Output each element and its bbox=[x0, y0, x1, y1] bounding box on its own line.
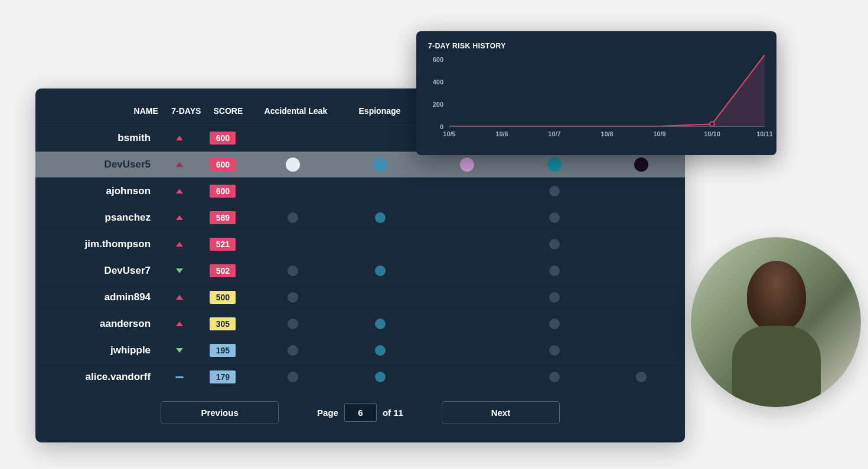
category-dot-icon bbox=[460, 158, 474, 172]
category-dot-icon bbox=[375, 212, 386, 223]
category-cell bbox=[250, 158, 337, 172]
score-badge: 521 bbox=[210, 238, 236, 251]
table-row[interactable]: DevUser5600 bbox=[35, 152, 685, 178]
header-score: SCORE bbox=[203, 106, 254, 116]
table-row[interactable]: psanchez589 bbox=[35, 205, 685, 231]
svg-point-0 bbox=[710, 122, 714, 126]
category-cell bbox=[511, 345, 598, 356]
score-cell: 305 bbox=[196, 317, 249, 330]
category-cell bbox=[511, 158, 598, 172]
user-name: DevUser5 bbox=[35, 159, 162, 170]
dash-icon bbox=[175, 376, 184, 378]
category-dot-icon bbox=[549, 345, 560, 356]
category-dot-icon bbox=[375, 319, 386, 329]
chevron-up-icon bbox=[176, 295, 183, 300]
y-tick-label: 0 bbox=[440, 123, 443, 130]
category-cell bbox=[250, 345, 337, 356]
previous-button[interactable]: Previous bbox=[161, 401, 279, 424]
category-cell bbox=[511, 239, 598, 250]
user-name: jim.thompson bbox=[35, 238, 162, 250]
header-7days: 7-DAYS bbox=[170, 106, 203, 116]
category-cell bbox=[424, 158, 511, 172]
y-tick-label: 600 bbox=[433, 56, 443, 63]
score-badge: 600 bbox=[210, 185, 236, 198]
x-tick-label: 10/7 bbox=[548, 130, 560, 137]
chevron-up-icon bbox=[176, 189, 183, 193]
score-badge: 179 bbox=[210, 370, 236, 383]
user-name: ajohnson bbox=[35, 185, 162, 197]
table-row[interactable]: ajohnson600 bbox=[35, 178, 685, 205]
table-body: bsmith600DevUser5600ajohnson600psanchez5… bbox=[35, 125, 685, 391]
score-badge: 600 bbox=[210, 158, 236, 171]
category-dot-icon bbox=[549, 239, 560, 250]
table-row[interactable]: admin894500 bbox=[35, 284, 685, 311]
score-cell: 589 bbox=[196, 211, 249, 224]
category-dot-icon bbox=[549, 319, 560, 329]
trend-indicator bbox=[162, 162, 196, 167]
category-cell bbox=[250, 292, 337, 303]
category-dot-icon bbox=[549, 265, 560, 276]
trend-indicator bbox=[162, 242, 196, 247]
user-name: bsmith bbox=[35, 132, 162, 144]
score-cell: 500 bbox=[196, 291, 249, 304]
chevron-down-icon bbox=[176, 348, 183, 353]
table-row[interactable]: alice.vandorff179 bbox=[35, 364, 685, 391]
score-badge: 502 bbox=[210, 264, 236, 277]
category-dot-icon bbox=[549, 186, 560, 196]
category-dot-icon bbox=[288, 292, 298, 303]
category-cell bbox=[337, 372, 423, 382]
x-tick-label: 10/8 bbox=[601, 130, 613, 137]
x-tick-label: 10/9 bbox=[653, 130, 665, 137]
category-dot-icon bbox=[288, 319, 298, 329]
category-cell bbox=[337, 158, 423, 172]
chart-title: 7-DAY RISK HISTORY bbox=[428, 42, 765, 50]
trend-indicator bbox=[162, 348, 196, 353]
table-row[interactable]: jim.thompson521 bbox=[35, 231, 685, 258]
x-tick-label: 10/6 bbox=[495, 130, 508, 137]
trend-indicator bbox=[162, 376, 196, 378]
score-badge: 305 bbox=[210, 317, 236, 330]
table-row[interactable]: aanderson305 bbox=[35, 311, 685, 337]
score-cell: 502 bbox=[196, 264, 249, 277]
chevron-up-icon bbox=[176, 215, 183, 220]
category-dot-icon bbox=[549, 212, 560, 223]
next-button[interactable]: Next bbox=[442, 401, 560, 424]
user-name: psanchez bbox=[35, 212, 162, 224]
trend-indicator bbox=[162, 295, 196, 300]
trend-indicator bbox=[162, 322, 196, 326]
category-cell bbox=[511, 372, 598, 382]
category-cell bbox=[511, 186, 598, 196]
category-dot-icon bbox=[375, 265, 386, 276]
category-dot-icon bbox=[288, 345, 298, 356]
trend-indicator bbox=[162, 268, 196, 273]
table-row[interactable]: DevUser7502 bbox=[35, 258, 685, 284]
user-name: admin894 bbox=[35, 291, 162, 303]
category-cell bbox=[337, 345, 423, 356]
page-input[interactable] bbox=[344, 404, 377, 422]
header-name: NAME bbox=[47, 106, 170, 116]
score-cell: 521 bbox=[196, 238, 249, 251]
chart-y-axis: 0200400600 bbox=[428, 55, 446, 127]
chart-plot bbox=[449, 55, 765, 127]
score-cell: 600 bbox=[196, 185, 249, 198]
page-label: Page bbox=[317, 408, 338, 418]
table-row[interactable]: jwhipple195 bbox=[35, 337, 685, 364]
category-cell bbox=[511, 292, 598, 303]
category-cell bbox=[250, 265, 337, 276]
category-cell bbox=[337, 212, 423, 223]
score-badge: 500 bbox=[210, 291, 236, 304]
category-dot-icon bbox=[636, 372, 647, 382]
chevron-up-icon bbox=[176, 162, 183, 167]
category-dot-icon bbox=[634, 158, 648, 172]
chevron-up-icon bbox=[176, 242, 183, 247]
pagination: Previous Page of 11 Next bbox=[35, 401, 685, 424]
category-dot-icon bbox=[373, 158, 387, 172]
trend-indicator bbox=[162, 136, 196, 140]
category-cell bbox=[598, 372, 684, 382]
score-badge: 600 bbox=[210, 132, 236, 145]
category-dot-icon bbox=[288, 265, 298, 276]
x-tick-label: 10/5 bbox=[443, 130, 455, 137]
header-accidental-leak: Accidental Leak bbox=[254, 106, 338, 116]
risk-history-panel: 7-DAY RISK HISTORY 0200400600 10/510/610… bbox=[416, 31, 776, 155]
y-tick-label: 400 bbox=[433, 78, 443, 86]
